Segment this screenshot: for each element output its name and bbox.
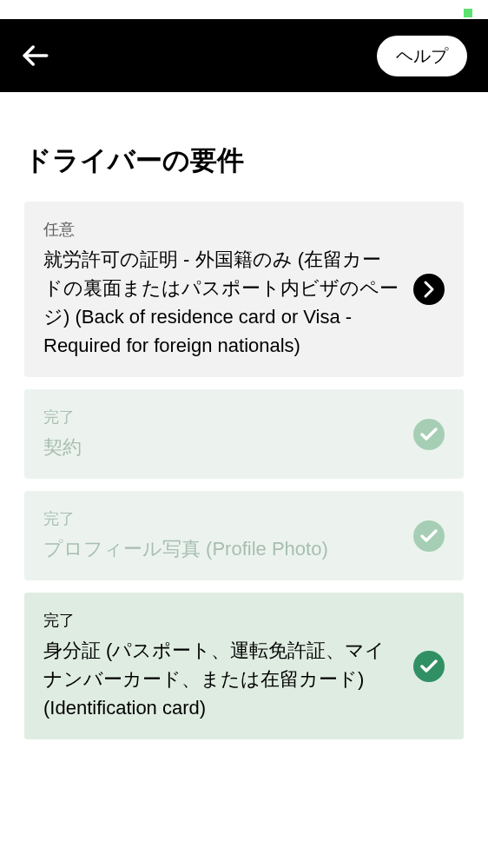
check-circle-icon (413, 520, 445, 552)
app-header: ヘルプ (0, 19, 488, 92)
card-status-label: 任意 (43, 219, 399, 240)
page-title: ドライバーの要件 (24, 142, 464, 179)
card-title-label: プロフィール写真 (Profile Photo) (43, 534, 399, 563)
card-text: 任意 就労許可の証明 - 外国籍のみ (在留カードの裏面またはパスポート内ビザの… (43, 219, 399, 360)
status-bar (0, 0, 488, 19)
help-button[interactable]: ヘルプ (377, 36, 467, 76)
svg-point-1 (413, 274, 445, 305)
requirement-card-profile-photo[interactable]: 完了 プロフィール写真 (Profile Photo) (24, 491, 464, 580)
requirement-card-identification[interactable]: 完了 身分証 (パスポート、運転免許証、マイナンバーカード、または在留カード) … (24, 593, 464, 739)
requirement-card-contract[interactable]: 完了 契約 (24, 389, 464, 479)
card-text: 完了 プロフィール写真 (Profile Photo) (43, 508, 399, 563)
back-button[interactable] (21, 41, 50, 70)
card-title-label: 身分証 (パスポート、運転免許証、マイナンバーカード、または在留カード) (Id… (43, 636, 399, 722)
card-title-label: 就労許可の証明 - 外国籍のみ (在留カードの裏面またはパスポート内ビザのページ… (43, 245, 399, 360)
chevron-right-circle-icon (413, 274, 445, 305)
check-circle-icon (413, 419, 445, 450)
card-status-label: 完了 (43, 508, 399, 529)
card-title-label: 契約 (43, 433, 399, 461)
main-content: ドライバーの要件 任意 就労許可の証明 - 外国籍のみ (在留カードの裏面または… (0, 142, 488, 739)
requirement-card-work-permit[interactable]: 任意 就労許可の証明 - 外国籍のみ (在留カードの裏面またはパスポート内ビザの… (24, 202, 464, 377)
card-status-label: 完了 (43, 610, 399, 631)
card-text: 完了 身分証 (パスポート、運転免許証、マイナンバーカード、または在留カード) … (43, 610, 399, 722)
location-indicator-icon (464, 9, 472, 17)
card-text: 完了 契約 (43, 407, 399, 461)
check-circle-icon (413, 651, 445, 682)
card-status-label: 完了 (43, 407, 399, 427)
arrow-left-icon (21, 41, 50, 70)
